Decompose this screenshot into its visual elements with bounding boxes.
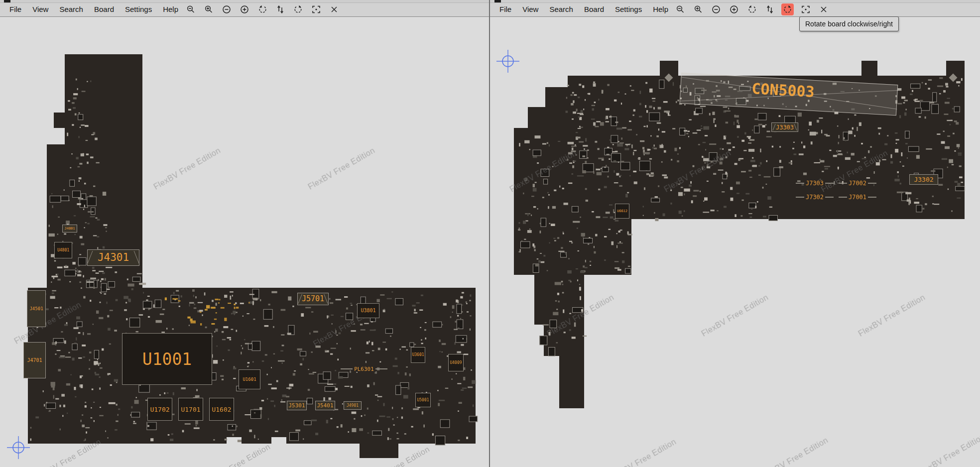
menu-file[interactable]: File	[4, 2, 27, 16]
rotate-cw-icon	[294, 5, 303, 14]
component-label-U1701[interactable]: U1701	[178, 398, 203, 421]
rotate-cw-button[interactable]	[781, 3, 794, 15]
zoom-out-icon	[676, 5, 685, 14]
component-label-J4301[interactable]: J4301	[87, 249, 139, 266]
circle-plus-icon	[240, 5, 249, 14]
menu-help[interactable]: Help	[647, 2, 674, 16]
origin-crosshair-icon	[6, 436, 30, 460]
circle-minus-button[interactable]	[220, 3, 233, 15]
tooltip-rotate-clockwise: Rotate board clockwise/right	[799, 16, 899, 31]
circle-minus-icon	[712, 5, 721, 14]
component-label-U1001[interactable]: U1001	[122, 333, 212, 385]
close-icon	[330, 5, 339, 14]
pane-divider[interactable]	[489, 0, 490, 467]
component-label-J3302[interactable]: J3302	[909, 174, 938, 185]
zoom-in-button[interactable]	[692, 3, 704, 15]
rotate-ccw-button[interactable]	[256, 3, 268, 15]
circle-minus-icon	[222, 5, 231, 14]
rotate-ccw-icon	[258, 5, 267, 14]
flip-vertical-button[interactable]	[274, 3, 286, 15]
component-label-U1601[interactable]: U1601	[239, 369, 260, 389]
menu-help[interactable]: Help	[157, 2, 184, 16]
component-label-U4801[interactable]: U4801	[54, 242, 72, 258]
component-label-J7303[interactable]: J7303	[803, 179, 827, 187]
component-label-U1702[interactable]: U1702	[147, 398, 172, 421]
flip-vertical-icon	[276, 5, 285, 14]
zoom-out-button[interactable]	[674, 3, 686, 15]
circle-minus-button[interactable]	[710, 3, 722, 15]
menu-view[interactable]: View	[27, 2, 54, 16]
component-label-J5701[interactable]: J5701	[297, 293, 329, 305]
right-menubar: FileViewSearchBoardSettingsHelp	[494, 2, 674, 16]
menu-settings[interactable]: Settings	[610, 2, 647, 16]
menu-board[interactable]: Board	[579, 2, 610, 16]
circle-plus-button[interactable]	[728, 3, 740, 15]
component-label-J4901[interactable]: J4901	[344, 401, 362, 410]
zoom-out-button[interactable]	[184, 3, 197, 15]
component-label-J4501[interactable]: J4501	[27, 290, 46, 327]
circle-plus-button[interactable]	[238, 3, 250, 15]
center-focus-icon	[801, 5, 810, 14]
menu-board[interactable]: Board	[89, 2, 120, 16]
zoom-in-icon	[204, 5, 213, 14]
zoom-out-icon	[186, 5, 195, 14]
zoom-in-button[interactable]	[202, 3, 215, 15]
component-label-U3801[interactable]: U3801	[357, 303, 379, 318]
component-label-J7001[interactable]: J7001	[846, 193, 869, 201]
center-focus-button[interactable]	[310, 3, 322, 15]
component-label-J3303[interactable]: J3303	[771, 122, 798, 132]
close-button[interactable]	[817, 3, 830, 15]
app-window: FileViewSearchBoardSettingsHelp FileView…	[0, 0, 980, 467]
component-label-J4801[interactable]: J4801	[62, 225, 77, 233]
center-focus-button[interactable]	[799, 3, 812, 15]
menu-file[interactable]: File	[494, 2, 517, 16]
right-toolbar	[674, 2, 830, 16]
component-label-CON5003: CON5003	[751, 80, 815, 101]
right-pane-header: FileViewSearchBoardSettingsHelp	[490, 0, 980, 17]
close-icon	[819, 5, 828, 14]
component-label-U5001[interactable]: U5001	[415, 393, 431, 407]
origin-crosshair-icon	[496, 49, 520, 73]
flip-vertical-button[interactable]	[763, 3, 776, 15]
left-menubar: FileViewSearchBoardSettingsHelp	[4, 2, 184, 16]
component-label-J5301[interactable]: J5301	[287, 401, 307, 410]
close-button[interactable]	[328, 3, 340, 15]
rotate-ccw-button[interactable]	[745, 3, 758, 15]
circle-plus-icon	[730, 5, 738, 14]
component-label-J7302[interactable]: J7302	[803, 193, 827, 201]
component-label-J5401[interactable]: J5401	[315, 401, 335, 410]
component-speckle-layer	[0, 0, 980, 467]
center-focus-icon	[312, 5, 321, 14]
rotate-cw-button[interactable]	[292, 3, 304, 15]
left-toolbar	[184, 2, 340, 16]
rotate-cw-icon	[783, 5, 792, 14]
component-label-U3601[interactable]: U3601	[411, 347, 425, 363]
menu-settings[interactable]: Settings	[120, 2, 157, 16]
zoom-in-icon	[694, 5, 703, 14]
menu-view[interactable]: View	[517, 2, 544, 16]
component-label-J4701[interactable]: J4701	[23, 342, 46, 378]
component-label-U1602[interactable]: U1602	[209, 398, 234, 421]
flip-vertical-icon	[765, 5, 774, 14]
left-pane-header: FileViewSearchBoardSettingsHelp	[0, 0, 489, 17]
menu-search[interactable]: Search	[544, 2, 579, 16]
component-label-J7002[interactable]: J7002	[846, 179, 869, 187]
component-label-U6612[interactable]: U6612	[615, 204, 629, 219]
component-label-U4009[interactable]: U4009	[448, 354, 464, 371]
menu-search[interactable]: Search	[54, 2, 89, 16]
component-label-PL6301[interactable]: PL6301	[348, 365, 380, 372]
rotate-ccw-icon	[747, 5, 756, 14]
